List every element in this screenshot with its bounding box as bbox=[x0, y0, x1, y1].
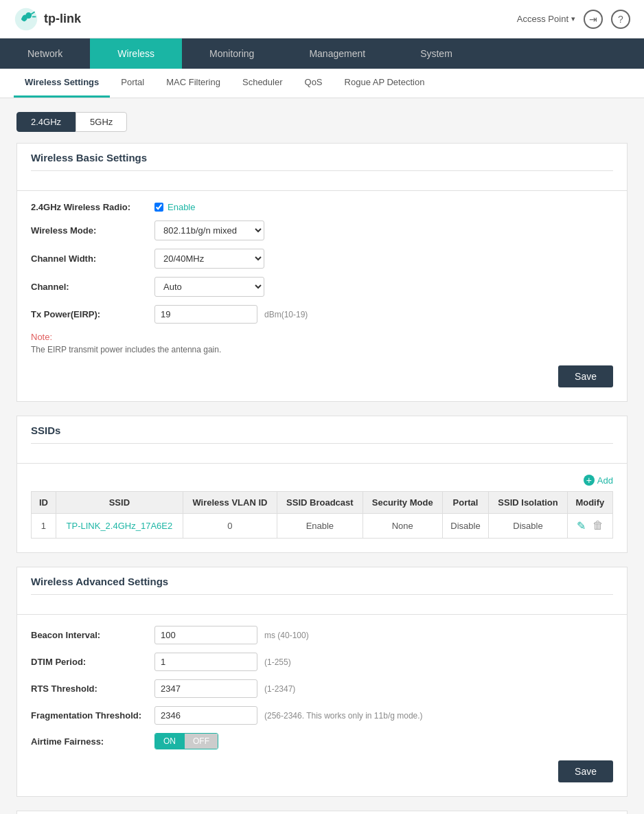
col-ssid: SSID bbox=[56, 492, 183, 514]
airtime-label: Airtime Fairness: bbox=[31, 736, 154, 747]
delete-icon[interactable]: 🗑 bbox=[593, 519, 603, 532]
rts-control: (1-2347) bbox=[154, 679, 295, 698]
basic-save-button[interactable]: Save bbox=[558, 365, 613, 387]
wireless-advanced-section: Wireless Advanced Settings Beacon Interv… bbox=[16, 567, 628, 797]
tx-power-input[interactable] bbox=[154, 305, 257, 324]
subnav-qos[interactable]: QoS bbox=[294, 69, 334, 98]
channel-width-select[interactable]: 20/40MHz bbox=[154, 249, 264, 269]
channel-control: Auto bbox=[154, 277, 264, 297]
content: 2.4GHz 5GHz Wireless Basic Settings 2.4G… bbox=[0, 98, 644, 814]
frag-range: (256-2346. This works only in 11b/g mode… bbox=[264, 711, 423, 721]
wireless-basic-body: 2.4GHz Wireless Radio: Enable Wireless M… bbox=[17, 191, 627, 401]
mode-control: 802.11b/g/n mixed bbox=[154, 221, 264, 240]
rts-range: (1-2347) bbox=[264, 684, 295, 694]
tx-power-label: Tx Power(EIRP): bbox=[31, 309, 154, 319]
radio-enable-checkbox[interactable] bbox=[154, 203, 163, 212]
nav-management[interactable]: Management bbox=[281, 38, 393, 69]
airtime-toggle: ON OFF bbox=[154, 733, 218, 749]
ssid-table: ID SSID Wireless VLAN ID SSID Broadcast … bbox=[31, 491, 613, 539]
radio-enable-label[interactable]: Enable bbox=[154, 202, 195, 212]
mode-label: Wireless Mode: bbox=[31, 225, 154, 236]
tab-2.4ghz[interactable]: 2.4GHz bbox=[16, 112, 76, 132]
wireless-basic-section: Wireless Basic Settings 2.4GHz Wireless … bbox=[16, 143, 628, 402]
radio-enable-text: Enable bbox=[168, 202, 195, 212]
subnav-portal[interactable]: Portal bbox=[110, 69, 155, 98]
frag-input[interactable] bbox=[154, 706, 257, 725]
ssid-add-row: + Add bbox=[31, 475, 613, 486]
nav-wireless[interactable]: Wireless bbox=[90, 38, 182, 69]
logout-button[interactable]: ⇥ bbox=[584, 10, 603, 29]
dtim-row: DTIM Period: (1-255) bbox=[31, 653, 613, 671]
mode-select[interactable]: 802.11b/g/n mixed bbox=[154, 221, 264, 240]
col-id: ID bbox=[32, 492, 56, 514]
logo-text: tp-link bbox=[44, 12, 81, 26]
subnav-scheduler[interactable]: Scheduler bbox=[231, 69, 294, 98]
dtim-range: (1-255) bbox=[264, 657, 291, 667]
airtime-off-button[interactable]: OFF bbox=[185, 734, 218, 749]
logout-icon: ⇥ bbox=[589, 14, 597, 25]
frag-label: Fragmentation Threshold: bbox=[31, 710, 154, 721]
ssids-title: SSIDs bbox=[31, 425, 613, 444]
edit-icon[interactable]: ✎ bbox=[577, 519, 586, 532]
svg-point-1 bbox=[25, 12, 32, 19]
col-vlan: Wireless VLAN ID bbox=[183, 492, 277, 514]
nav-monitoring[interactable]: Monitoring bbox=[182, 38, 281, 69]
ssids-header: SSIDs bbox=[17, 416, 627, 464]
channel-width-label: Channel Width: bbox=[31, 253, 154, 264]
sub-nav: Wireless Settings Portal MAC Filtering S… bbox=[0, 69, 644, 98]
nav-network[interactable]: Network bbox=[0, 38, 90, 69]
dtim-control: (1-255) bbox=[154, 653, 291, 671]
main-nav: Network Wireless Monitoring Management S… bbox=[0, 38, 644, 69]
modify-icons: ✎ 🗑 bbox=[575, 519, 606, 532]
channel-select[interactable]: Auto bbox=[154, 277, 264, 297]
mode-row: Wireless Mode: 802.11b/g/n mixed bbox=[31, 221, 613, 240]
wireless-advanced-title: Wireless Advanced Settings bbox=[31, 576, 613, 595]
radio-row: 2.4GHz Wireless Radio: Enable bbox=[31, 202, 613, 212]
table-row: 1 TP-LINK_2.4GHz_17A6E2 0 Enable None Di… bbox=[32, 514, 613, 539]
channel-row: Channel: Auto bbox=[31, 277, 613, 297]
channel-label: Channel: bbox=[31, 282, 154, 292]
tx-power-range: dBm(10-19) bbox=[264, 310, 308, 319]
wireless-advanced-body: Beacon Interval: ms (40-100) DTIM Period… bbox=[17, 615, 627, 796]
add-label: Add bbox=[597, 475, 613, 486]
wireless-basic-header: Wireless Basic Settings bbox=[17, 144, 627, 191]
rts-label: RTS Threshold: bbox=[31, 683, 154, 694]
load-balance-header: Load Balance bbox=[17, 811, 627, 814]
channel-width-row: Channel Width: 20/40MHz bbox=[31, 249, 613, 269]
col-security: Security Mode bbox=[363, 492, 442, 514]
airtime-on-button[interactable]: ON bbox=[155, 734, 185, 749]
logo: tp-link bbox=[14, 7, 81, 32]
rts-input[interactable] bbox=[154, 679, 257, 698]
tx-power-row: Tx Power(EIRP): dBm(10-19) bbox=[31, 305, 613, 324]
ssids-section: SSIDs + Add ID SSID Wireless VLAN ID SSI… bbox=[16, 416, 628, 553]
dtim-input[interactable] bbox=[154, 653, 257, 671]
beacon-range: ms (40-100) bbox=[264, 631, 309, 640]
subnav-rogue-ap[interactable]: Rogue AP Detection bbox=[334, 69, 436, 98]
beacon-label: Beacon Interval: bbox=[31, 630, 154, 640]
chevron-down-icon: ▾ bbox=[571, 14, 575, 23]
nav-system[interactable]: System bbox=[393, 38, 480, 69]
subnav-wireless-settings[interactable]: Wireless Settings bbox=[14, 69, 110, 98]
beacon-input[interactable] bbox=[154, 626, 257, 644]
col-broadcast: SSID Broadcast bbox=[277, 492, 363, 514]
add-circle-icon: + bbox=[584, 475, 595, 486]
col-portal: Portal bbox=[442, 492, 489, 514]
cell-ssid[interactable]: TP-LINK_2.4GHz_17A6E2 bbox=[56, 514, 183, 539]
subnav-mac-filtering[interactable]: MAC Filtering bbox=[155, 69, 231, 98]
ssid-add-button[interactable]: + Add bbox=[584, 475, 613, 486]
advanced-save-button[interactable]: Save bbox=[558, 760, 613, 782]
freq-tabs: 2.4GHz 5GHz bbox=[16, 112, 628, 132]
table-header-row: ID SSID Wireless VLAN ID SSID Broadcast … bbox=[32, 492, 613, 514]
radio-label: 2.4GHz Wireless Radio: bbox=[31, 202, 154, 212]
ssids-body: + Add ID SSID Wireless VLAN ID SSID Broa… bbox=[17, 464, 627, 552]
help-button[interactable]: ? bbox=[611, 10, 630, 29]
tab-5ghz[interactable]: 5GHz bbox=[76, 112, 127, 132]
note-text: The EIRP transmit power includes the ant… bbox=[31, 345, 613, 354]
wireless-advanced-header: Wireless Advanced Settings bbox=[17, 567, 627, 615]
wireless-basic-title: Wireless Basic Settings bbox=[31, 152, 613, 171]
cell-security: None bbox=[363, 514, 442, 539]
cell-modify: ✎ 🗑 bbox=[567, 514, 612, 539]
frag-control: (256-2346. This works only in 11b/g mode… bbox=[154, 706, 423, 725]
beacon-row: Beacon Interval: ms (40-100) bbox=[31, 626, 613, 644]
airtime-control: ON OFF bbox=[154, 733, 218, 749]
